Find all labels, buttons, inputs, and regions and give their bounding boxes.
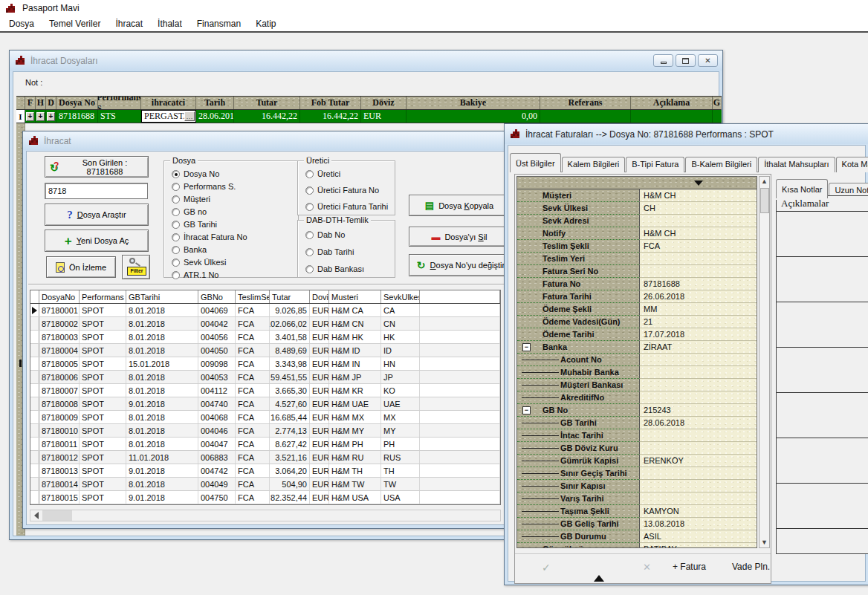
property-value[interactable]	[639, 467, 757, 480]
table-cell[interactable]: EUR	[310, 424, 329, 437]
dosya-kopyala-button[interactable]: ▤ Dosya Kopyala	[409, 195, 510, 216]
table-cell[interactable]: 87180006	[39, 371, 80, 383]
property-label[interactable]: Müşteri	[517, 189, 639, 202]
property-value[interactable]	[639, 379, 757, 391]
radio-option-atr-1-no[interactable]: ATR.1 No	[172, 270, 218, 280]
radio-option-i-hracat-fatura-no[interactable]: İhracat Fatura No	[172, 232, 247, 242]
table-cell[interactable]: EUR	[310, 464, 329, 477]
column-header-doviz[interactable]: Doviz	[310, 290, 329, 303]
table-cell[interactable]: EUR	[310, 397, 329, 410]
property-label[interactable]: Ödeme Şekli	[517, 303, 639, 316]
property-label[interactable]: GB Döviz Kuru	[517, 442, 639, 455]
table-cell[interactable]: H&M JP	[329, 371, 381, 383]
scrollbar-thumb[interactable]	[760, 188, 769, 213]
table-cell[interactable]: 11.01.2018	[126, 451, 198, 464]
row-cell[interactable]	[631, 110, 713, 123]
close-button[interactable]: ✕	[698, 54, 718, 67]
table-cell[interactable]: SPOT	[80, 331, 126, 343]
table-cell[interactable]: 87180001	[39, 304, 80, 316]
table-row[interactable]: 87180005SPOT15.01.2018009098FCA3.343,98E…	[30, 357, 500, 371]
table-cell[interactable]: FCA	[236, 357, 270, 370]
property-value[interactable]: ZİRAAT	[639, 341, 757, 354]
table-cell[interactable]: 87180013	[39, 464, 80, 477]
table-cell[interactable]: EUR	[310, 304, 329, 316]
property-value[interactable]: BATIBAY	[639, 543, 757, 548]
property-value[interactable]: ERENKÖY	[639, 455, 757, 467]
table-cell[interactable]: 87180010	[39, 424, 80, 437]
notes-tab-k-sa-notlar[interactable]: Kısa Notlar	[776, 179, 828, 198]
radio-option-m-teri[interactable]: Müşteri	[172, 194, 210, 204]
table-row[interactable]: 87180002SPOT8.01.2018004042FCA102.066,02…	[30, 317, 500, 331]
radio-option-dab-tarihi[interactable]: Dab Tarihi	[305, 247, 354, 257]
property-value[interactable]: CH	[639, 202, 757, 215]
property-value[interactable]	[639, 366, 757, 379]
property-label[interactable]: AkreditifNo	[517, 391, 639, 404]
dosya-no-degistir-button[interactable]: ↻ Dosya No'yu değiştir	[409, 254, 513, 276]
column-header-a-klama[interactable]: Açıklama	[631, 97, 713, 109]
column-header-fob-tutar[interactable]: Fob Tutar	[300, 97, 361, 109]
table-cell[interactable]: H&M RU	[329, 451, 381, 464]
table-cell[interactable]: 3.401,58	[270, 331, 310, 343]
table-cell[interactable]: 8.01.2018	[126, 478, 198, 490]
table-row[interactable]: 87180008SPOT9.01.2018004740FCA4.527,60EU…	[30, 397, 500, 411]
table-cell[interactable]: 3.064,20	[270, 464, 310, 477]
table-cell[interactable]: EUR	[310, 491, 329, 504]
column-header-d-viz[interactable]: Döviz	[361, 97, 407, 109]
table-cell[interactable]: 004112	[198, 384, 236, 397]
property-value[interactable]: ASIL	[639, 530, 757, 543]
column-header-d[interactable]: D	[46, 97, 56, 109]
property-label[interactable]: Gümrük Kapisi	[517, 455, 639, 467]
table-cell[interactable]: 87180005	[39, 357, 80, 370]
table-cell[interactable]: FCA	[236, 478, 270, 490]
table-cell[interactable]: 9.01.2018	[126, 491, 198, 504]
table-cell[interactable]: 87180004	[39, 344, 80, 357]
ihracatci-editor-cell[interactable]: PERGASTAT…	[141, 110, 196, 123]
property-value[interactable]	[639, 265, 757, 278]
property-value[interactable]: 87181688	[639, 278, 757, 290]
table-cell[interactable]: MX	[381, 411, 420, 423]
table-row[interactable]: 87180014SPOT8.01.2018004049FCA504,90EURH…	[30, 478, 500, 491]
table-cell[interactable]: 009098	[198, 357, 236, 370]
property-label[interactable]: Sınır Geçiş Tarihi	[517, 467, 639, 480]
table-cell[interactable]: H&M CA	[329, 304, 381, 316]
column-header-performans-s[interactable]: Performans S.	[98, 97, 141, 109]
table-cell[interactable]: FCA	[236, 304, 270, 316]
property-value[interactable]: 215243	[639, 404, 757, 417]
table-cell[interactable]: TW	[381, 478, 420, 490]
radio-option-sevk-lkesi[interactable]: Sevk Ülkesi	[172, 257, 226, 267]
table-cell[interactable]: KO	[381, 384, 420, 397]
table-cell[interactable]: SPOT	[80, 397, 126, 410]
table-cell[interactable]: SPOT	[80, 478, 126, 490]
radio-option-gb-tarihi[interactable]: GB Tarihi	[172, 219, 217, 230]
table-cell[interactable]: 8.01.2018	[126, 438, 198, 450]
table-cell[interactable]: H&M CN	[329, 317, 381, 330]
menu-item-dosya[interactable]: Dosya	[1, 17, 42, 30]
table-row[interactable]: 87180007SPOT8.01.2018004112FCA3.665,30EU…	[30, 384, 500, 397]
table-cell[interactable]: PH	[381, 438, 420, 450]
table-cell[interactable]: ID	[381, 344, 420, 357]
expand-plus-button[interactable]: +	[26, 112, 34, 121]
table-cell[interactable]: 87180002	[39, 317, 80, 330]
property-value[interactable]	[639, 480, 757, 492]
table-cell[interactable]: 102.066,02	[270, 317, 310, 330]
table-cell[interactable]: 87180015	[39, 491, 80, 504]
table-cell[interactable]: SPOT	[80, 491, 126, 504]
tab-b-kalem-bilgileri[interactable]: B-Kalem Bilgileri	[685, 157, 757, 172]
property-value[interactable]	[639, 215, 757, 227]
table-cell[interactable]: SPOT	[80, 438, 126, 450]
column-header-tutar[interactable]: Tutar	[234, 97, 300, 109]
yeni-dosya-ac-button[interactable]: + Yeni Dosya Aç	[45, 230, 149, 252]
property-label[interactable]: GB Geliş Tarihi	[517, 518, 639, 530]
table-cell[interactable]: 87180007	[39, 384, 80, 397]
table-cell[interactable]: 8.01.2018	[126, 424, 198, 437]
table-cell[interactable]: SPOT	[80, 464, 126, 477]
property-label[interactable]: Teslim Şekli	[517, 240, 639, 253]
add-fatura-button[interactable]: + Fatura	[673, 562, 706, 572]
table-cell[interactable]: FCA	[236, 397, 270, 410]
table-cell[interactable]: H&M TW	[329, 478, 381, 490]
tab-kalem-bilgileri[interactable]: Kalem Bilgileri	[562, 157, 626, 172]
property-label[interactable]: Sınır Kapısı	[517, 480, 639, 492]
table-row[interactable]: 87180011SPOT8.01.2018004047FCA8.627,42EU…	[30, 438, 500, 451]
radio-option-performans-s[interactable]: Performans S.	[172, 181, 236, 192]
table-cell[interactable]: TH	[381, 464, 420, 477]
